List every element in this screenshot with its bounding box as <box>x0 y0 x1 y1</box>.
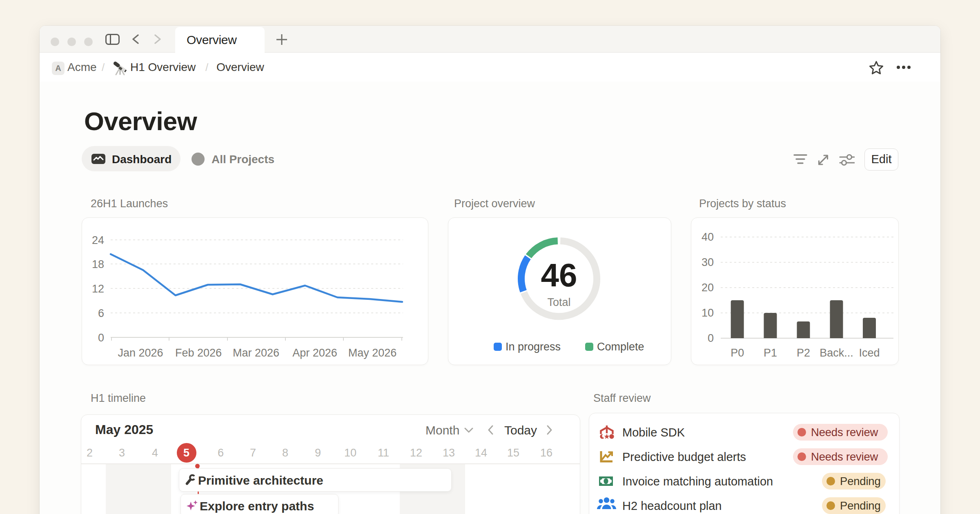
svg-text:18: 18 <box>92 258 104 270</box>
svg-text:Total: Total <box>547 296 570 308</box>
svg-text:0: 0 <box>98 332 104 344</box>
svg-text:Mar 2026: Mar 2026 <box>233 347 279 359</box>
svg-text:12: 12 <box>92 283 104 295</box>
svg-text:6: 6 <box>98 307 104 319</box>
svg-text:24: 24 <box>92 234 104 246</box>
svg-text:Iced: Iced <box>859 347 880 359</box>
svg-text:Apr 2026: Apr 2026 <box>292 347 337 359</box>
svg-text:40: 40 <box>702 231 714 243</box>
svg-text:30: 30 <box>702 256 714 268</box>
svg-text:In progress: In progress <box>506 341 561 353</box>
svg-text:P1: P1 <box>764 347 777 359</box>
svg-text:P0: P0 <box>731 347 744 359</box>
svg-text:Jan 2026: Jan 2026 <box>118 347 163 359</box>
svg-text:Feb 2026: Feb 2026 <box>175 347 222 359</box>
svg-text:46: 46 <box>541 257 577 293</box>
svg-text:P2: P2 <box>797 347 810 359</box>
svg-text:20: 20 <box>702 281 714 294</box>
svg-text:0: 0 <box>708 332 714 344</box>
svg-text:10: 10 <box>702 307 714 319</box>
svg-text:Complete: Complete <box>597 341 644 353</box>
svg-text:Back...: Back... <box>820 347 853 359</box>
svg-text:May 2026: May 2026 <box>348 347 397 359</box>
